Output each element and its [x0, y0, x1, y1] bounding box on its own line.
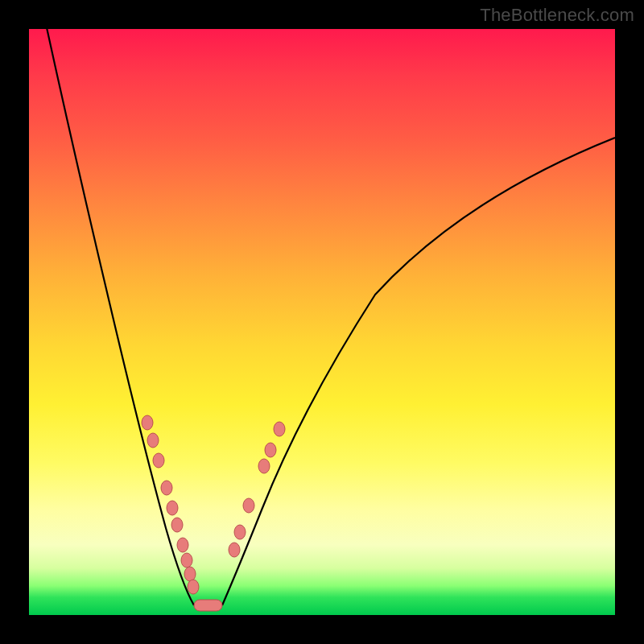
- marker-right: [234, 525, 246, 539]
- marker-left: [142, 415, 153, 430]
- plot-area: [29, 29, 615, 615]
- chart-frame: TheBottleneck.com: [0, 0, 644, 644]
- marker-right: [229, 543, 240, 557]
- marker-left: [161, 481, 172, 495]
- marker-left: [177, 538, 188, 552]
- marker-pill: [194, 600, 222, 611]
- marker-left: [147, 433, 159, 448]
- left-branch: [43, 29, 194, 605]
- marker-right: [274, 422, 285, 436]
- marker-left: [167, 501, 178, 515]
- marker-left: [153, 453, 164, 468]
- curve-layer: [29, 29, 615, 615]
- marker-left: [188, 580, 199, 594]
- marker-left: [181, 553, 192, 568]
- right-branch: [222, 138, 615, 605]
- marker-right: [265, 443, 276, 457]
- marker-right: [243, 498, 254, 513]
- marker-left: [184, 567, 196, 581]
- marker-right: [258, 459, 270, 473]
- watermark-text: TheBottleneck.com: [480, 5, 634, 26]
- marker-left: [171, 518, 183, 532]
